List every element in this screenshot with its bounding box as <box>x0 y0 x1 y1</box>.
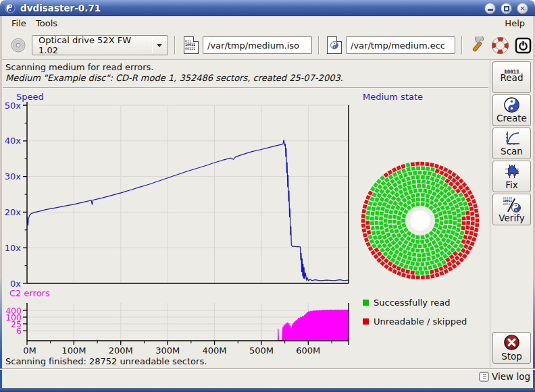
verify-icon: 01110 10011 00111 <box>503 196 521 213</box>
scan-chart-icon <box>504 130 520 146</box>
iso-icon-line: 00111 <box>185 47 195 51</box>
toolbar-separator <box>174 36 176 55</box>
close-icon: ✕ <box>519 5 525 12</box>
create-button[interactable]: Create <box>492 94 531 126</box>
legend-red-swatch <box>363 318 369 325</box>
eject-drive-button[interactable] <box>7 34 29 56</box>
scan-button-label: Scan <box>501 146 523 157</box>
footer-status: Scanning finished: 28752 unreadable sect… <box>5 356 207 366</box>
svg-text:400: 400 <box>5 306 22 316</box>
puzzle-piece-icon <box>504 163 520 179</box>
lifesaver-icon <box>492 37 509 54</box>
menu-help[interactable]: Help <box>499 16 530 31</box>
quit-button[interactable] <box>513 34 533 56</box>
app-icon <box>5 3 16 13</box>
yin-yang-icon <box>504 97 519 113</box>
ecc-path-input[interactable] <box>346 36 455 54</box>
legend-item-unreadable: Unreadable / skipped <box>363 316 467 327</box>
iso-file-button[interactable]: 011 10011 00111 <box>182 34 201 56</box>
svg-text:40x: 40x <box>5 136 22 146</box>
log-icon <box>479 372 489 382</box>
menu-tools[interactable]: Tools <box>30 16 63 31</box>
fix-button-label: Fix <box>505 179 518 190</box>
drive-selector-value: Optical drive 52X FW 1.02 <box>32 35 152 55</box>
stop-button-label: Stop <box>501 351 522 362</box>
dvdisaster-window: dvdisaster-0.71 ✕ File Tools Help Optica… <box>0 0 535 392</box>
menu-bar: File Tools Help <box>2 16 533 31</box>
iso-path-input[interactable] <box>203 36 312 54</box>
svg-text:500M: 500M <box>249 345 274 356</box>
stop-button[interactable]: Stop <box>492 332 531 364</box>
legend-green-swatch <box>363 300 369 306</box>
preferences-button[interactable] <box>467 34 487 56</box>
svg-text:300M: 300M <box>155 345 180 356</box>
close-button[interactable]: ✕ <box>517 3 528 14</box>
separator <box>490 60 491 369</box>
svg-text:50x: 50x <box>5 101 22 111</box>
toolbar-separator <box>318 36 320 55</box>
create-button-label: Create <box>496 113 527 123</box>
verify-button-label: Verify <box>499 213 524 223</box>
ecc-file-icon <box>327 36 342 54</box>
svg-text:200M: 200M <box>109 345 133 356</box>
verify-button[interactable]: 01110 10011 00111 Verify <box>492 194 531 225</box>
read-button[interactable]: 01110 10011 00111 Read <box>492 61 531 93</box>
window-title: dvdisaster-0.71 <box>20 3 101 13</box>
separator <box>0 368 535 370</box>
svg-text:400M: 400M <box>203 345 227 356</box>
svg-text:100M: 100M <box>61 345 86 356</box>
legend-unreadable-label: Unreadable / skipped <box>374 316 467 327</box>
toolbar: Optical drive 52X FW 1.02 011 10011 0011… <box>2 31 533 60</box>
maximize-button[interactable] <box>501 3 512 14</box>
svg-text:30x: 30x <box>5 171 22 181</box>
ecc-file-button[interactable] <box>325 34 344 56</box>
svg-text:0x: 0x <box>10 279 21 289</box>
fix-button[interactable]: Fix <box>492 161 531 192</box>
view-log-button[interactable]: View log <box>479 371 530 382</box>
minimize-icon <box>488 9 493 11</box>
view-log-label: View log <box>492 371 530 382</box>
legend-item-read: Successfully read <box>363 298 450 308</box>
separator <box>3 87 488 88</box>
maximize-icon <box>504 6 509 11</box>
power-icon <box>515 37 532 54</box>
medium-state-disc <box>359 159 481 282</box>
legend-read-label: Successfully read <box>374 298 450 308</box>
menu-file[interactable]: File <box>6 16 32 31</box>
status-line-1: Scanning medium for read errors. <box>5 62 153 72</box>
cd-disc-icon <box>10 37 26 53</box>
svg-text:10x: 10x <box>5 243 22 253</box>
svg-text:0M: 0M <box>23 345 36 356</box>
read-button-label: Read <box>501 72 524 83</box>
stop-icon <box>503 334 520 351</box>
status-line-2: Medium "Example disc": CD-R mode 1, 3524… <box>5 73 343 83</box>
title-bar[interactable]: dvdisaster-0.71 ✕ <box>0 0 535 16</box>
chevron-down-icon <box>157 44 162 47</box>
help-button[interactable] <box>490 34 510 56</box>
scan-button[interactable]: Scan <box>492 128 531 159</box>
svg-text:600M: 600M <box>296 345 320 356</box>
iso-file-icon: 011 10011 00111 <box>184 36 199 54</box>
toolbar-separator <box>461 36 463 55</box>
minimize-button[interactable] <box>484 3 496 14</box>
drive-selector[interactable]: Optical drive 52X FW 1.02 <box>32 35 168 55</box>
svg-text:20x: 20x <box>5 207 22 217</box>
window-frame-bottom <box>0 388 535 392</box>
combo-separator <box>152 38 153 53</box>
wrench-icon <box>468 36 486 54</box>
